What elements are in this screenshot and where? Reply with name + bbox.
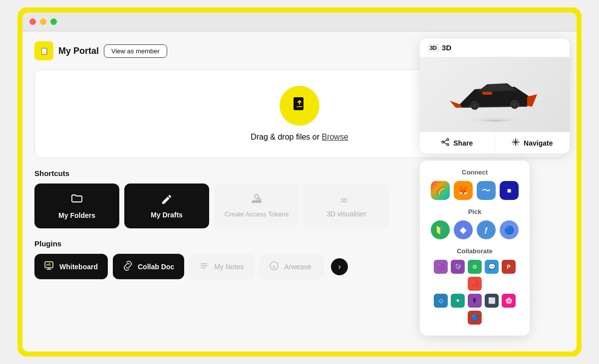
plugin-collab-doc[interactable]: Collab Doc: [113, 254, 184, 279]
svg-text:3D: 3D: [340, 197, 347, 203]
collab-icon-10[interactable]: ⬜: [485, 294, 499, 308]
navigate-label: Navigate: [524, 139, 553, 147]
app-icon-fox[interactable]: 🦊: [454, 181, 473, 200]
navigate-icon: [512, 138, 520, 148]
vehicle-image: [445, 67, 545, 122]
rainbow-icon: 🌈: [436, 186, 445, 194]
whiteboard-icon: [44, 261, 54, 272]
pick-icon-4: 🔵: [504, 225, 514, 235]
close-button[interactable]: [29, 18, 36, 25]
shortcut-my-folders[interactable]: My Folders: [34, 183, 119, 228]
share-button[interactable]: Share: [420, 132, 495, 154]
view-as-member-button[interactable]: View as member: [104, 44, 167, 58]
collaborate-title: Collaborate: [428, 247, 522, 255]
fox-icon: 🦊: [458, 186, 468, 195]
3d-visualiser-label: 3D visualiser: [326, 210, 366, 218]
share-icon: [441, 138, 449, 148]
collab-icon-7[interactable]: ◇: [434, 294, 448, 308]
mac-window: 📋 My Portal View as member Account: [22, 12, 577, 352]
collab-icon-4[interactable]: 💬: [485, 260, 499, 274]
portal-info: 📋 My Portal View as member: [34, 41, 167, 60]
connect-title: Connect: [428, 169, 522, 176]
square-icon: ■: [507, 186, 511, 194]
connect-panel: Connect 🌈 🦊 〜 ■: [420, 161, 530, 336]
collab-icon-8[interactable]: ✦: [451, 294, 465, 308]
collab-icon-9[interactable]: 🎙: [468, 294, 482, 308]
viewer-top-bar: 3D 3D: [420, 38, 570, 57]
svg-line-24: [444, 140, 447, 143]
connect-apps-row: 🌈 🦊 〜 ■: [428, 181, 522, 200]
collab-icon-11[interactable]: 🌸: [502, 294, 516, 308]
whiteboard-label: Whiteboard: [59, 263, 98, 271]
my-drafts-label: My Drafts: [151, 211, 183, 219]
pick-icon-3: ƒ: [484, 226, 488, 234]
edit-icon: [161, 193, 173, 207]
title-bar: [22, 12, 577, 31]
shortcut-3d-visualiser[interactable]: 3D 3D visualiser: [304, 183, 389, 228]
maximize-button[interactable]: [50, 18, 57, 25]
collab-icon-12[interactable]: 🔵: [468, 311, 482, 325]
viewer-bottom-bar: Share Navigate: [420, 132, 570, 154]
lines-icon: [199, 261, 209, 272]
svg-point-23: [442, 141, 444, 143]
my-notes-label: My Notes: [214, 263, 244, 271]
navigate-button[interactable]: Navigate: [495, 132, 570, 154]
wave-icon: 〜: [482, 184, 491, 196]
pick-app-4[interactable]: 🔵: [500, 220, 519, 239]
drag-drop-label: Drag & drop files or: [251, 133, 321, 141]
viewer-card: 3D 3D: [420, 38, 570, 154]
svg-point-22: [447, 144, 449, 146]
plugin-my-notes[interactable]: My Notes: [189, 254, 254, 279]
collab-icon-6[interactable]: 🔴: [468, 277, 482, 291]
minimize-button[interactable]: [40, 18, 46, 25]
collab-icon-1[interactable]: 🟣: [434, 260, 448, 274]
a-circle-icon: a: [269, 261, 279, 272]
upload-file-icon: [291, 96, 308, 116]
upload-text: Drag & drop files or Browse: [251, 133, 348, 142]
pick-title: Pick: [428, 208, 522, 215]
portal-name: My Portal: [58, 46, 99, 56]
3d-icon: 3D: [340, 194, 352, 206]
pick-app-2[interactable]: ◆: [454, 220, 473, 239]
viewer-3d-icon: 3D: [428, 44, 439, 52]
svg-line-25: [444, 142, 447, 145]
plugins-next-button[interactable]: ›: [331, 258, 348, 275]
folder-icon: [71, 192, 83, 207]
arweave-label: Arweave: [284, 263, 311, 271]
pick-apps-row: 🔰 ◆ ƒ 🔵: [428, 220, 522, 239]
collab-doc-label: Collab Doc: [138, 263, 174, 271]
browse-link[interactable]: Browse: [321, 133, 348, 141]
collab-icon-2[interactable]: 🔮: [451, 260, 465, 274]
upload-icon-circle: [280, 86, 319, 126]
my-folders-label: My Folders: [58, 211, 95, 219]
collab-row-1: 🟣 🔮 ⚙ 💬 P: [428, 260, 522, 291]
app-icon-rainbow[interactable]: 🌈: [431, 181, 450, 200]
svg-point-18: [472, 103, 477, 108]
collab-icon-5[interactable]: P: [502, 260, 516, 274]
svg-text:a: a: [273, 264, 276, 269]
outer-frame: 📋 My Portal View as member Account: [17, 7, 582, 357]
svg-text:📋: 📋: [40, 47, 49, 55]
svg-point-19: [512, 102, 517, 107]
svg-point-21: [447, 139, 449, 141]
collab-icon-3[interactable]: ⚙: [468, 260, 482, 274]
chevron-right-icon: ›: [338, 262, 340, 271]
collab-icons: 🟣 🔮 ⚙ 💬 P: [428, 260, 522, 325]
pick-app-3[interactable]: ƒ: [477, 220, 496, 239]
svg-rect-20: [482, 92, 492, 95]
shortcut-create-access-tokens[interactable]: Create Access Tokens: [214, 183, 299, 228]
token-icon: [251, 193, 263, 206]
collab-row-2: ◇ ✦ 🎙 ⬜ 🌸: [428, 294, 522, 325]
app-icon-square[interactable]: ■: [500, 181, 519, 200]
pick-icon-1: 🔰: [435, 225, 445, 235]
pick-app-1[interactable]: 🔰: [431, 220, 450, 239]
shortcut-my-drafts[interactable]: My Drafts: [124, 183, 209, 228]
plugin-whiteboard[interactable]: Whiteboard: [34, 254, 108, 279]
svg-point-9: [460, 110, 530, 122]
content-area: 📋 My Portal View as member Account: [22, 31, 577, 352]
right-area: 3D 3D: [420, 38, 570, 336]
plugin-arweave[interactable]: a Arweave: [259, 254, 324, 279]
app-icon-wave[interactable]: 〜: [477, 181, 496, 200]
viewer-3d-text: 3D: [442, 43, 451, 52]
viewer-3d-label: 3D 3D: [428, 43, 451, 52]
